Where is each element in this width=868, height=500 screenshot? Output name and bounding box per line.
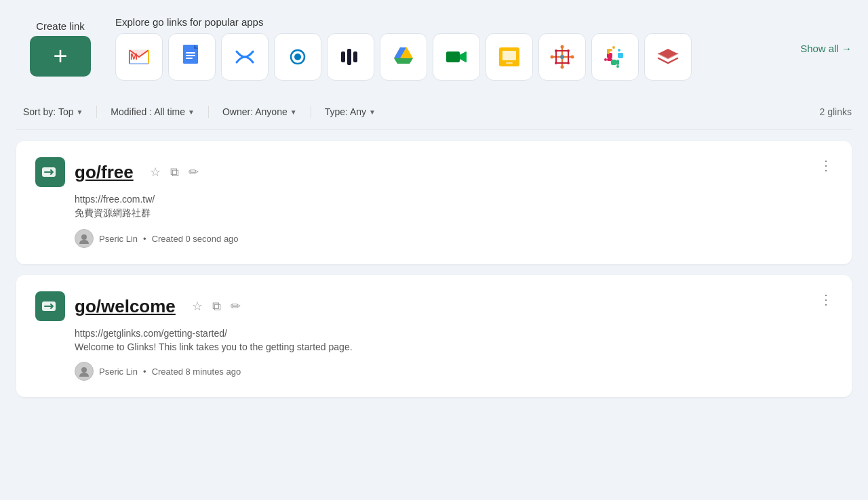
link-meta-1: Pseric Lin • Created 0 second ago [75,229,833,248]
app-icon-tableau[interactable] [538,33,586,81]
link-name-1[interactable]: go/free [75,162,134,183]
link-icon-2 [35,291,65,321]
meta-created-1: Created 0 second ago [152,234,239,244]
edit-icon-2: ✏ [231,299,241,314]
svg-point-28 [567,49,570,52]
svg-rect-6 [186,58,193,59]
app-icon-gmail[interactable]: M [115,33,163,81]
star-button-1[interactable]: ☆ [149,163,162,181]
sort-chevron-icon: ▼ [76,108,83,116]
svg-rect-11 [353,51,357,62]
svg-rect-42 [607,49,612,51]
type-filter-button[interactable]: Type: Any ▼ [318,102,382,121]
owner-filter-label: Owner: Anyone [222,106,288,117]
explore-title: Explore go links for popular apps [115,16,789,28]
edit-button-1[interactable]: ✏ [187,163,200,181]
star-icon-2: ☆ [192,299,203,314]
svg-rect-37 [618,49,620,51]
svg-rect-34 [604,58,607,61]
explore-section: Explore go links for popular apps M [115,16,789,81]
star-button-2[interactable]: ☆ [191,297,204,315]
owner-chevron-icon: ▼ [290,108,297,116]
link-name-2[interactable]: go/welcome [75,296,176,317]
app-icon-gdocs[interactable] [168,33,216,81]
app-icon-confluence[interactable] [221,33,269,81]
svg-point-30 [567,62,570,64]
app-icons-row: M [115,33,789,81]
svg-rect-16 [506,62,513,64]
copy-icon-2: ⧉ [212,299,221,314]
glinks-count: 2 glinks [820,106,852,117]
svg-point-26 [571,56,574,59]
app-icon-bookstack[interactable] [644,33,692,81]
svg-point-29 [555,62,557,64]
copy-button-2[interactable]: ⧉ [211,298,222,315]
app-icon-slack[interactable] [591,33,639,81]
modified-filter-button[interactable]: Modified : All time ▼ [104,102,201,121]
copy-button-1[interactable]: ⧉ [169,164,180,181]
filter-divider-2 [208,106,209,118]
svg-point-8 [294,54,301,60]
type-filter-label: Type: Any [325,106,366,117]
filter-bar: Sort by: Top ▼ Modified : All time ▼ Own… [16,94,852,130]
modified-filter-label: Modified : All time [111,106,185,117]
create-link-area: Create link + [16,20,104,77]
link-description-2: Welcome to Glinks! This link takes you t… [75,341,833,352]
svg-point-47 [81,367,87,373]
link-description-1: 免費資源網路社群 [75,207,833,220]
meta-dot-1: • [143,234,146,244]
svg-point-31 [560,55,564,59]
link-url-1: https://free.com.tw/ [75,194,833,205]
avatar-1 [75,229,94,248]
plus-icon: + [53,44,67,68]
copy-icon-1: ⧉ [170,165,179,180]
svg-rect-36 [618,53,623,58]
svg-rect-13 [446,51,460,62]
meta-created-2: Created 8 minutes ago [152,367,241,377]
link-actions-1: ☆ ⧉ ✏ [149,163,200,181]
filter-divider-3 [311,106,311,118]
modified-chevron-icon: ▼ [188,108,195,116]
svg-rect-38 [616,60,619,65]
meta-author-1: Pseric Lin [99,234,138,244]
svg-rect-4 [186,52,195,54]
type-chevron-icon: ▼ [369,108,376,116]
svg-point-24 [561,66,564,69]
more-button-1[interactable]: ⋮ [816,154,835,176]
star-icon-1: ☆ [150,165,161,180]
edit-button-2[interactable]: ✏ [229,297,242,315]
svg-point-45 [81,234,87,240]
create-link-label: Create link [36,20,85,32]
owner-filter-button[interactable]: Owner: Anyone ▼ [216,102,304,121]
app-icon-make[interactable] [327,33,374,81]
svg-point-27 [555,49,557,52]
sort-filter-label: Sort by: Top [23,106,73,117]
link-card-go-welcome: go/welcome ☆ ⧉ ✏ https://getglinks.com/g… [16,275,852,397]
svg-rect-40 [616,65,619,68]
app-icon-meet[interactable] [433,33,480,81]
app-icon-gdrive[interactable] [380,33,427,81]
app-icon-okta[interactable] [274,33,321,81]
svg-rect-10 [347,49,351,65]
link-icon-1 [35,157,65,187]
svg-rect-15 [502,51,516,60]
show-all-button[interactable]: Show all → [800,43,852,54]
top-section: Create link + Explore go links for popul… [16,16,852,81]
svg-point-23 [561,45,564,49]
svg-rect-5 [186,55,195,56]
app-icon-slides[interactable] [486,33,533,81]
create-link-button[interactable]: + [30,36,91,77]
meta-dot-2: • [143,367,146,377]
svg-rect-9 [341,51,345,62]
svg-point-25 [551,56,554,59]
link-card-header-2: go/welcome ☆ ⧉ ✏ [35,291,833,321]
svg-rect-43 [612,46,615,49]
edit-icon-1: ✏ [189,165,199,180]
more-button-2[interactable]: ⋮ [816,289,835,310]
sort-filter-button[interactable]: Sort by: Top ▼ [16,102,90,121]
svg-rect-39 [611,60,616,65]
meta-author-2: Pseric Lin [99,367,138,377]
avatar-2 [75,362,94,381]
filter-divider-1 [96,106,97,118]
link-url-2: https://getglinks.com/getting-started/ [75,328,833,339]
